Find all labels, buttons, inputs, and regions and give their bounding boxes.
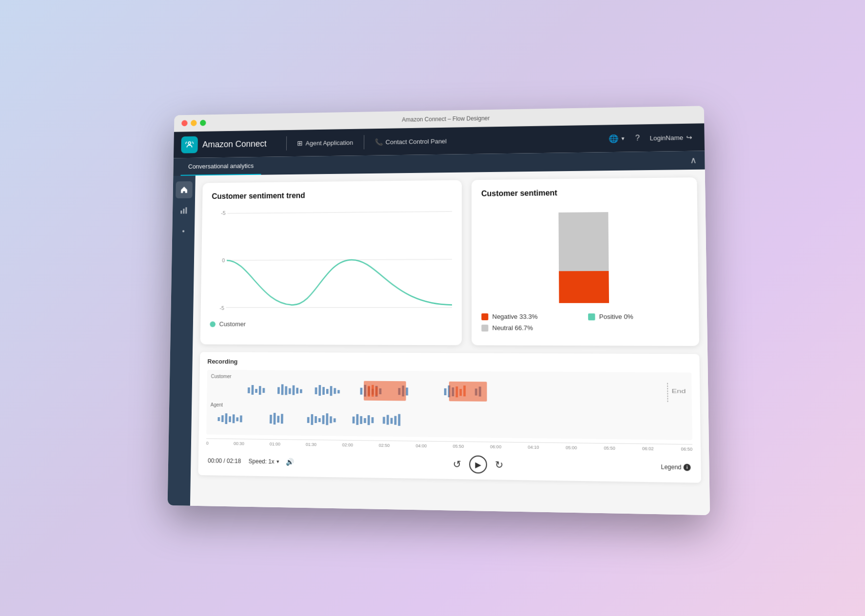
svg-rect-9 [252,385,254,395]
svg-rect-60 [307,417,310,423]
sidebar-icon-settings[interactable] [175,223,192,240]
svg-rect-38 [406,387,408,395]
minimize-button[interactable] [191,120,197,126]
svg-rect-12 [262,388,265,393]
user-menu[interactable]: LoginName ↪ [646,134,696,142]
svg-rect-59 [281,414,283,424]
svg-rect-74 [383,417,385,424]
time-0500: 05:00 [566,445,577,450]
time-0600: 06:00 [490,444,501,450]
svg-rect-52 [229,416,231,422]
browser-window: Amazon Connect – Flow Designer Amazon Co… [168,106,710,515]
nav-logo: Amazon Connect [181,135,267,153]
svg-rect-63 [318,418,321,422]
speed-control[interactable]: Speed: 1x ▼ [249,458,280,465]
customer-track: Customer [211,374,688,404]
svg-rect-18 [296,388,298,394]
globe-icon: 🌐 [609,134,619,143]
fast-forward-button[interactable]: ↻ [495,459,504,471]
globe-button[interactable]: 🌐 ▼ [605,131,629,146]
nav-spacer [452,138,605,141]
svg-rect-71 [364,418,366,423]
time-0: 0 [206,441,209,445]
time-0650: 06:50 [681,446,692,452]
agent-track: Agent [210,402,688,433]
nav-right: 🌐 ▼ ? LoginName ↪ [605,130,697,146]
svg-rect-55 [240,415,242,422]
svg-rect-51 [225,413,228,424]
chevron-down-icon: ▼ [620,135,625,141]
y-label-bot: -5 [210,305,224,311]
customer-waveform: End [211,380,688,404]
close-button[interactable] [181,120,187,126]
volume-button[interactable]: 🔊 [286,458,294,466]
legend-item-positive: Positive 0% [588,313,688,320]
chart-legend: Customer [210,320,452,328]
browser-tab-title: Amazon Connect – Flow Designer [206,111,696,126]
bar-negative [559,271,609,303]
amazon-connect-logo-icon [181,136,198,154]
svg-rect-65 [326,413,328,425]
svg-rect-62 [315,416,317,423]
svg-rect-54 [236,417,238,421]
nav-divider-2 [364,135,364,149]
svg-rect-25 [334,388,336,394]
playback-controls: 00:00 / 02:18 Speed: 1x ▼ 🔊 ↺ ▶ ↻ Le [206,452,693,477]
recording-title: Recording [207,358,691,367]
time-0130: 01:30 [306,442,316,447]
svg-line-5 [227,212,452,213]
customer-legend-dot [210,321,216,327]
svg-rect-58 [277,416,279,423]
rewind-button[interactable]: ↺ [453,458,461,470]
svg-point-4 [182,230,184,232]
sidebar-icon-analytics[interactable] [175,202,192,219]
sidebar-icon-home[interactable] [176,181,193,198]
legend-item-neutral: Neutral 66.7% [481,324,580,332]
svg-rect-22 [322,387,325,395]
svg-rect-23 [326,389,329,394]
username-label: LoginName [650,134,684,141]
line-chart-plot [226,206,452,313]
svg-rect-69 [356,414,358,425]
time-0100: 01:00 [270,442,280,446]
time-0250: 02:50 [379,443,390,448]
content-area: Customer sentiment trend -5 0 -5 [190,170,710,515]
help-button[interactable]: ? [631,131,644,145]
neutral-legend-label: Neutral 66.7% [492,324,533,331]
legend-button[interactable]: Legend i [661,463,690,471]
svg-rect-2 [183,209,184,213]
svg-rect-17 [293,385,295,395]
collapse-button[interactable]: ∧ [690,155,697,166]
time-0602: 06:02 [642,446,654,451]
svg-rect-66 [330,416,332,423]
y-label-top: -5 [212,210,226,216]
svg-rect-21 [318,385,321,396]
time-0200: 02:00 [342,443,353,447]
recording-section: Recording Customer [198,352,701,482]
positive-legend-box [588,313,595,320]
neutral-legend-box [481,325,488,331]
svg-rect-68 [353,417,355,424]
svg-rect-49 [217,417,220,421]
svg-rect-26 [337,390,340,393]
legend-info-icon: i [684,464,691,471]
logout-icon: ↪ [686,134,692,141]
play-button[interactable]: ▶ [470,455,488,473]
speed-label: Speed: 1x [249,458,275,465]
svg-point-0 [188,142,191,144]
agent-application-link[interactable]: ⊞ Agent Application [293,138,358,147]
sentiment-trend-card: Customer sentiment trend -5 0 -5 [200,180,462,345]
sentiment-card: Customer sentiment Ne [472,177,699,346]
maximize-button[interactable] [200,120,206,126]
svg-rect-24 [330,386,333,396]
conversational-analytics-tab[interactable]: Conversational analytics [180,157,261,176]
time-0410: 04:10 [528,444,539,450]
time-0030: 00:30 [234,441,244,446]
svg-rect-67 [334,418,336,422]
legend-item-negative: Negative 33.3% [481,313,580,320]
contact-control-panel-link[interactable]: 📞 Contact Control Panel [370,137,452,146]
svg-rect-64 [322,415,325,424]
sub-nav-spacer [261,160,690,166]
svg-rect-8 [248,387,250,393]
svg-rect-11 [259,386,261,395]
